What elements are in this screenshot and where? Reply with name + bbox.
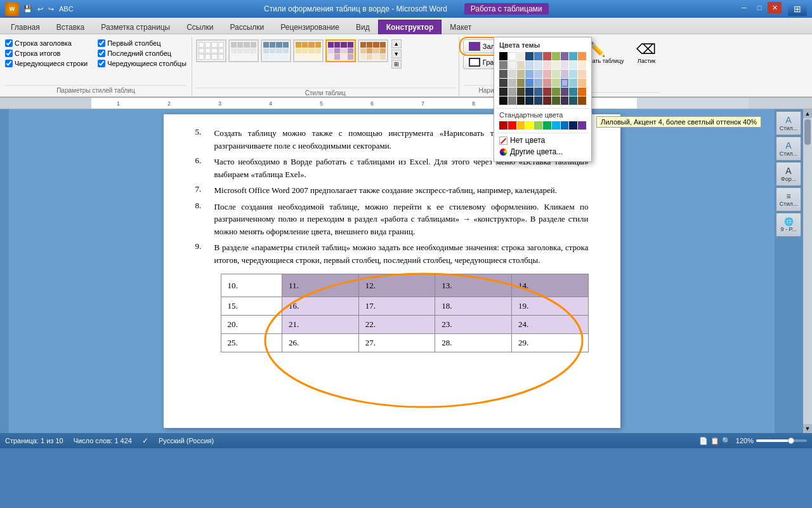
cell-3-4[interactable]: 29.: [511, 334, 588, 352]
cell-2-4[interactable]: 24.: [511, 316, 588, 334]
right-panel-btn-4[interactable]: ≡ Стил...: [776, 187, 801, 211]
color-cell[interactable]: [543, 88, 551, 96]
color-cell[interactable]: [534, 70, 542, 78]
header-row-checkbox[interactable]: Строка заголовка: [5, 39, 88, 47]
color-cell[interactable]: [561, 70, 569, 78]
color-cell[interactable]: [534, 79, 542, 87]
tab-view[interactable]: Вид: [348, 20, 378, 34]
cell-0-1[interactable]: 11.: [282, 274, 359, 297]
scroll-up-btn[interactable]: ▲: [803, 109, 812, 118]
color-cell[interactable]: [517, 88, 525, 96]
color-cell-highlighted[interactable]: [561, 79, 569, 87]
save-quick-btn[interactable]: 💾: [22, 4, 34, 14]
windows-start[interactable]: ⊞: [788, 2, 807, 16]
color-cell[interactable]: [499, 52, 508, 60]
tab-links[interactable]: Ссылки: [178, 20, 221, 34]
color-cell[interactable]: [561, 97, 569, 105]
color-cell[interactable]: [517, 52, 525, 60]
header-row-input[interactable]: [5, 39, 13, 47]
zoom-slider-thumb[interactable]: [788, 438, 794, 444]
color-cell[interactable]: [517, 79, 525, 87]
color-cell[interactable]: [561, 61, 569, 69]
cell-2-2[interactable]: 22.: [358, 316, 435, 334]
maximize-button[interactable]: □: [752, 2, 766, 13]
color-cell[interactable]: [552, 88, 560, 96]
color-cell[interactable]: [508, 88, 516, 96]
color-cell[interactable]: [552, 70, 560, 78]
std-color-2[interactable]: [508, 121, 516, 130]
std-color-1[interactable]: [499, 121, 508, 130]
table-style-4[interactable]: [293, 39, 324, 62]
undo-btn[interactable]: ↩: [36, 4, 45, 14]
color-cell[interactable]: [508, 52, 516, 60]
color-cell[interactable]: [499, 70, 508, 78]
table-style-3[interactable]: [261, 39, 291, 62]
color-cell[interactable]: [499, 61, 508, 69]
spellcheck-btn[interactable]: ABC: [57, 4, 75, 13]
scroll-down-btn[interactable]: ▼: [803, 424, 812, 433]
color-cell[interactable]: [552, 52, 560, 60]
color-cell[interactable]: [569, 79, 577, 87]
styles-scroll-more[interactable]: ⊞: [391, 60, 402, 69]
cell-2-1[interactable]: 21.: [282, 316, 359, 334]
color-cell[interactable]: [578, 61, 586, 69]
close-button[interactable]: ✕: [768, 2, 782, 13]
document-table[interactable]: 10. 11. 12. 13. 14. 15. 16. 17. 18. 19.: [221, 274, 589, 352]
cell-2-3[interactable]: 23.: [435, 316, 512, 334]
cell-1-3[interactable]: 18.: [435, 297, 512, 316]
color-cell[interactable]: [525, 52, 534, 60]
color-cell[interactable]: [569, 88, 577, 96]
color-cell[interactable]: [569, 70, 577, 78]
color-cell[interactable]: [508, 70, 516, 78]
color-cell[interactable]: [552, 97, 560, 105]
color-cell[interactable]: [561, 52, 569, 60]
std-color-5[interactable]: [534, 121, 542, 130]
color-cell[interactable]: [534, 52, 542, 60]
std-color-4[interactable]: [525, 121, 534, 130]
tab-home[interactable]: Главная: [3, 20, 48, 34]
minimize-button[interactable]: ─: [737, 2, 751, 13]
cell-3-0[interactable]: 25.: [221, 334, 282, 352]
tab-review[interactable]: Рецензирование: [272, 20, 348, 34]
color-cell[interactable]: [499, 79, 508, 87]
banded-cols-input[interactable]: [98, 60, 105, 67]
std-color-9[interactable]: [569, 121, 577, 130]
std-color-8[interactable]: [561, 121, 569, 130]
color-cell[interactable]: [569, 61, 577, 69]
total-row-input[interactable]: [5, 50, 13, 57]
right-panel-btn-5[interactable]: 🌐 9 - Р...: [776, 213, 801, 237]
color-cell[interactable]: [578, 88, 586, 96]
cell-2-0[interactable]: 20.: [221, 316, 282, 334]
color-cell[interactable]: [543, 79, 551, 87]
color-cell[interactable]: [543, 70, 551, 78]
std-color-6[interactable]: [543, 121, 551, 130]
color-cell[interactable]: [561, 88, 569, 96]
cell-0-4[interactable]: 14.: [511, 274, 588, 297]
banded-cols-checkbox[interactable]: Чередующиеся столбцы: [98, 60, 187, 67]
color-cell[interactable]: [508, 61, 516, 69]
styles-scroll-down[interactable]: ▼: [391, 50, 402, 58]
view-btn-1[interactable]: 📄: [699, 437, 708, 445]
color-cell[interactable]: [508, 97, 516, 105]
cell-1-2[interactable]: 17.: [358, 297, 435, 316]
tab-constructor[interactable]: Конструктор: [378, 20, 442, 34]
cell-3-1[interactable]: 26.: [282, 334, 359, 352]
right-panel-btn-2[interactable]: A Стил...: [776, 137, 801, 161]
cell-0-0[interactable]: 10.: [221, 274, 282, 297]
color-cell[interactable]: [543, 52, 551, 60]
color-cell[interactable]: [508, 79, 516, 87]
first-col-input[interactable]: [98, 39, 105, 47]
first-col-checkbox[interactable]: Первый столбец: [98, 39, 187, 47]
styles-scroll-up[interactable]: ▲: [391, 39, 402, 48]
std-color-10[interactable]: [578, 121, 586, 130]
color-cell[interactable]: [525, 70, 534, 78]
cell-3-3[interactable]: 28.: [435, 334, 512, 352]
right-panel-btn-3[interactable]: A Фор...: [776, 162, 801, 186]
banded-rows-checkbox[interactable]: Чередующиеся строки: [5, 60, 88, 67]
tab-mailings[interactable]: Рассылки: [221, 20, 272, 34]
table-style-1[interactable]: [196, 39, 226, 62]
color-cell[interactable]: [569, 97, 577, 105]
table-style-5-active[interactable]: [325, 39, 356, 62]
color-cell[interactable]: [578, 52, 586, 60]
cell-1-1[interactable]: 16.: [282, 297, 359, 316]
